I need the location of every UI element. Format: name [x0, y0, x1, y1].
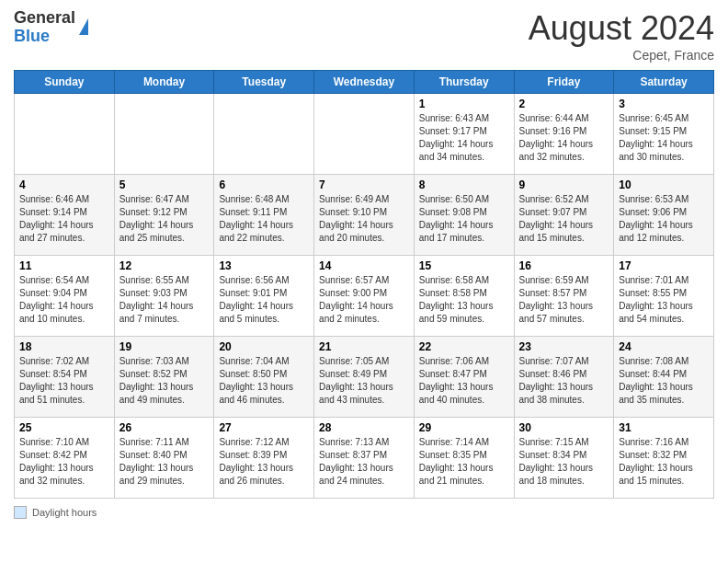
logo: General Blue — [14, 9, 88, 46]
calendar-cell: 5Sunrise: 6:47 AM Sunset: 9:12 PM Daylig… — [114, 175, 214, 256]
day-info: Sunrise: 6:49 AM Sunset: 9:10 PM Dayligh… — [319, 193, 409, 245]
day-info: Sunrise: 6:52 AM Sunset: 9:07 PM Dayligh… — [519, 193, 609, 245]
calendar-header: SundayMondayTuesdayWednesdayThursdayFrid… — [15, 71, 714, 94]
day-of-week-header: Wednesday — [314, 71, 415, 94]
calendar-cell: 10Sunrise: 6:53 AM Sunset: 9:06 PM Dayli… — [614, 175, 714, 256]
calendar-cell: 12Sunrise: 6:55 AM Sunset: 9:03 PM Dayli… — [114, 256, 214, 337]
calendar-cell — [114, 94, 214, 175]
title-block: August 2024 Cepet, France — [529, 9, 714, 63]
calendar-week-row: 4Sunrise: 6:46 AM Sunset: 9:14 PM Daylig… — [15, 175, 714, 256]
day-number: 6 — [219, 178, 309, 191]
day-of-week-header: Friday — [514, 71, 614, 94]
day-info: Sunrise: 6:57 AM Sunset: 9:00 PM Dayligh… — [319, 274, 409, 326]
day-of-week-header: Thursday — [414, 71, 514, 94]
day-info: Sunrise: 7:01 AM Sunset: 8:55 PM Dayligh… — [619, 274, 709, 326]
calendar-cell: 23Sunrise: 7:07 AM Sunset: 8:46 PM Dayli… — [514, 337, 614, 418]
day-number: 9 — [519, 178, 609, 191]
calendar-cell: 7Sunrise: 6:49 AM Sunset: 9:10 PM Daylig… — [314, 175, 415, 256]
day-info: Sunrise: 6:55 AM Sunset: 9:03 PM Dayligh… — [119, 274, 210, 326]
day-info: Sunrise: 6:54 AM Sunset: 9:04 PM Dayligh… — [19, 274, 109, 326]
day-number: 26 — [119, 421, 210, 434]
day-number: 28 — [319, 421, 409, 434]
day-info: Sunrise: 6:58 AM Sunset: 8:58 PM Dayligh… — [419, 274, 509, 326]
day-of-week-header: Sunday — [15, 71, 115, 94]
day-info: Sunrise: 7:15 AM Sunset: 8:34 PM Dayligh… — [519, 436, 609, 488]
calendar-week-row: 1Sunrise: 6:43 AM Sunset: 9:17 PM Daylig… — [15, 94, 714, 175]
calendar-cell: 3Sunrise: 6:45 AM Sunset: 9:15 PM Daylig… — [614, 94, 714, 175]
daylight-legend-square — [14, 506, 27, 519]
day-number: 3 — [619, 98, 709, 110]
calendar-cell: 15Sunrise: 6:58 AM Sunset: 8:58 PM Dayli… — [414, 256, 514, 337]
day-number: 31 — [619, 421, 709, 434]
day-of-week-header: Tuesday — [214, 71, 314, 94]
day-number: 22 — [419, 340, 509, 353]
day-info: Sunrise: 7:16 AM Sunset: 8:32 PM Dayligh… — [619, 436, 709, 488]
calendar-cell: 8Sunrise: 6:50 AM Sunset: 9:08 PM Daylig… — [414, 175, 514, 256]
day-info: Sunrise: 7:03 AM Sunset: 8:52 PM Dayligh… — [119, 355, 210, 407]
calendar-cell: 4Sunrise: 6:46 AM Sunset: 9:14 PM Daylig… — [15, 175, 115, 256]
calendar-cell: 26Sunrise: 7:11 AM Sunset: 8:40 PM Dayli… — [114, 418, 214, 499]
day-number: 24 — [619, 340, 709, 353]
day-info: Sunrise: 6:53 AM Sunset: 9:06 PM Dayligh… — [619, 193, 709, 245]
location: Cepet, France — [529, 48, 714, 63]
day-info: Sunrise: 7:06 AM Sunset: 8:47 PM Dayligh… — [419, 355, 509, 407]
footer: Daylight hours — [14, 506, 714, 519]
day-info: Sunrise: 7:14 AM Sunset: 8:35 PM Dayligh… — [419, 436, 509, 488]
day-number: 8 — [419, 178, 509, 191]
day-number: 18 — [19, 340, 109, 353]
calendar-cell: 14Sunrise: 6:57 AM Sunset: 9:00 PM Dayli… — [314, 256, 415, 337]
day-info: Sunrise: 6:46 AM Sunset: 9:14 PM Dayligh… — [19, 193, 109, 245]
calendar-cell: 28Sunrise: 7:13 AM Sunset: 8:37 PM Dayli… — [314, 418, 415, 499]
calendar-cell: 25Sunrise: 7:10 AM Sunset: 8:42 PM Dayli… — [15, 418, 115, 499]
logo-general: General — [14, 9, 75, 28]
day-number: 17 — [619, 259, 709, 272]
day-number: 7 — [319, 178, 409, 191]
day-info: Sunrise: 7:10 AM Sunset: 8:42 PM Dayligh… — [19, 436, 109, 488]
calendar-cell: 18Sunrise: 7:02 AM Sunset: 8:54 PM Dayli… — [15, 337, 115, 418]
calendar-cell — [314, 94, 415, 175]
day-number: 19 — [119, 340, 210, 353]
calendar-cell: 29Sunrise: 7:14 AM Sunset: 8:35 PM Dayli… — [414, 418, 514, 499]
calendar-cell: 22Sunrise: 7:06 AM Sunset: 8:47 PM Dayli… — [414, 337, 514, 418]
calendar-cell: 16Sunrise: 6:59 AM Sunset: 8:57 PM Dayli… — [514, 256, 614, 337]
day-info: Sunrise: 6:50 AM Sunset: 9:08 PM Dayligh… — [419, 193, 509, 245]
calendar-cell — [15, 94, 115, 175]
day-info: Sunrise: 7:02 AM Sunset: 8:54 PM Dayligh… — [19, 355, 109, 407]
day-of-week-header: Monday — [114, 71, 214, 94]
day-number: 2 — [519, 98, 609, 110]
days-of-week-row: SundayMondayTuesdayWednesdayThursdayFrid… — [15, 71, 714, 94]
day-number: 4 — [19, 178, 109, 191]
day-info: Sunrise: 6:59 AM Sunset: 8:57 PM Dayligh… — [519, 274, 609, 326]
calendar-cell: 27Sunrise: 7:12 AM Sunset: 8:39 PM Dayli… — [214, 418, 314, 499]
day-number: 20 — [219, 340, 309, 353]
day-info: Sunrise: 7:04 AM Sunset: 8:50 PM Dayligh… — [219, 355, 309, 407]
day-of-week-header: Saturday — [614, 71, 714, 94]
calendar-cell: 31Sunrise: 7:16 AM Sunset: 8:32 PM Dayli… — [614, 418, 714, 499]
day-number: 13 — [219, 259, 309, 272]
day-number: 23 — [519, 340, 609, 353]
calendar-cell: 1Sunrise: 6:43 AM Sunset: 9:17 PM Daylig… — [414, 94, 514, 175]
day-info: Sunrise: 7:07 AM Sunset: 8:46 PM Dayligh… — [519, 355, 609, 407]
day-info: Sunrise: 6:44 AM Sunset: 9:16 PM Dayligh… — [519, 112, 609, 164]
day-number: 27 — [219, 421, 309, 434]
calendar-cell: 30Sunrise: 7:15 AM Sunset: 8:34 PM Dayli… — [514, 418, 614, 499]
logo-blue: Blue — [14, 28, 75, 46]
month-title: August 2024 — [529, 9, 714, 48]
day-info: Sunrise: 7:08 AM Sunset: 8:44 PM Dayligh… — [619, 355, 709, 407]
day-number: 10 — [619, 178, 709, 191]
daylight-label: Daylight hours — [32, 507, 97, 518]
day-info: Sunrise: 7:11 AM Sunset: 8:40 PM Dayligh… — [119, 436, 210, 488]
logo-triangle-icon — [79, 18, 88, 35]
day-number: 29 — [419, 421, 509, 434]
calendar-cell: 17Sunrise: 7:01 AM Sunset: 8:55 PM Dayli… — [614, 256, 714, 337]
day-info: Sunrise: 6:48 AM Sunset: 9:11 PM Dayligh… — [219, 193, 309, 245]
day-info: Sunrise: 6:56 AM Sunset: 9:01 PM Dayligh… — [219, 274, 309, 326]
day-number: 25 — [19, 421, 109, 434]
calendar-cell: 6Sunrise: 6:48 AM Sunset: 9:11 PM Daylig… — [214, 175, 314, 256]
day-number: 21 — [319, 340, 409, 353]
day-number: 12 — [119, 259, 210, 272]
day-info: Sunrise: 6:47 AM Sunset: 9:12 PM Dayligh… — [119, 193, 210, 245]
calendar-cell: 24Sunrise: 7:08 AM Sunset: 8:44 PM Dayli… — [614, 337, 714, 418]
calendar-week-row: 18Sunrise: 7:02 AM Sunset: 8:54 PM Dayli… — [15, 337, 714, 418]
calendar-week-row: 25Sunrise: 7:10 AM Sunset: 8:42 PM Dayli… — [15, 418, 714, 499]
